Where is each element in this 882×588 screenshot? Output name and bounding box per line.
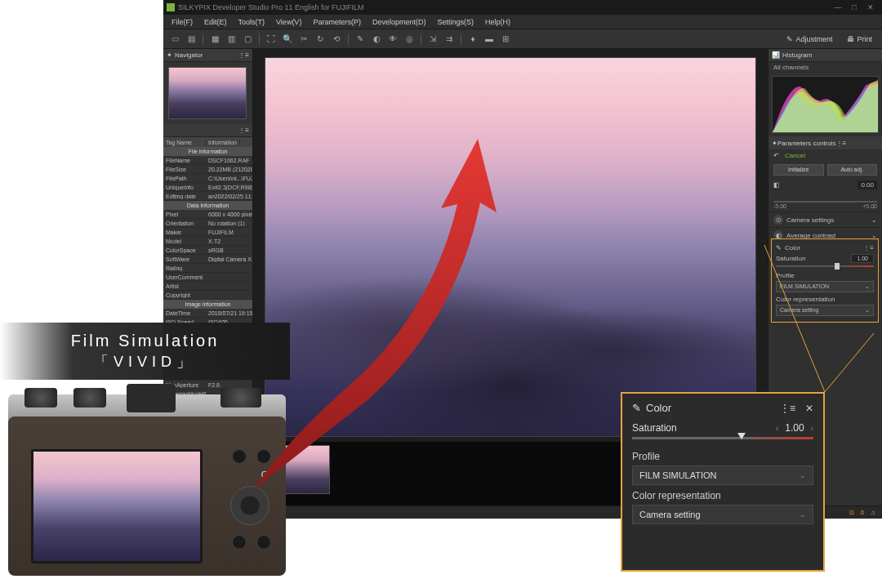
autoadj-button[interactable]: Auto adj. xyxy=(827,164,878,176)
initialize-button[interactable]: Initialize xyxy=(773,164,824,176)
exposure-slider[interactable]: -5.00 +5.00 xyxy=(773,194,877,210)
menu-parameters[interactable]: Parameters(P) xyxy=(308,16,366,28)
status-b: 0 xyxy=(861,510,864,515)
info-row: FileNameDSCF1662.RAF xyxy=(163,156,252,165)
saturation-slider[interactable] xyxy=(776,265,874,267)
navigator-thumbnail[interactable] xyxy=(168,67,247,119)
cancel-link[interactable]: Cancel xyxy=(785,152,805,159)
camera-button xyxy=(256,535,271,550)
window-minimize-button[interactable]: — xyxy=(830,3,846,11)
menu-file[interactable]: File(F) xyxy=(167,16,198,28)
status-c: ⚠ xyxy=(871,510,875,516)
col-information: Information xyxy=(206,140,240,145)
histogram-channels[interactable]: All channels xyxy=(768,62,882,73)
info-section: File information xyxy=(163,147,252,156)
panel-menu-icon[interactable]: ⋮≡ xyxy=(238,127,249,134)
popup-colorrep-dropdown[interactable]: Camera setting⌄ xyxy=(632,505,813,524)
menu-edit[interactable]: Edit(E) xyxy=(199,16,232,28)
popup-title: Color xyxy=(646,402,671,414)
tool-clone-icon[interactable]: ◐ xyxy=(370,33,383,46)
popup-profile-dropdown[interactable]: FILM SIMULATION⌄ xyxy=(632,466,813,485)
popup-menu-icon[interactable]: ⋮≡ xyxy=(780,403,795,414)
saturation-value[interactable]: 1.00 xyxy=(851,254,874,263)
color-popup: ✎ Color ⋮≡ ✕ Saturation ‹ 1.00 › Profile… xyxy=(621,392,825,572)
info-section: Data information xyxy=(163,201,252,210)
camera-q-button: Q xyxy=(258,470,271,483)
info-row: UniqueInfoEx#2.3(DCF,R98) YC xyxy=(163,183,252,192)
camera-lcd xyxy=(31,449,203,564)
info-row: ModelX-T2 xyxy=(163,237,252,246)
tool-single-icon[interactable]: ▢ xyxy=(241,33,254,46)
camera-lcd-image xyxy=(33,452,200,561)
saturation-label: Saturation xyxy=(776,255,805,262)
menu-settings[interactable]: Settings(S) xyxy=(432,16,479,28)
tool-open-icon[interactable]: ▭ xyxy=(168,33,181,46)
info-section: Image information xyxy=(163,300,252,309)
camera-button-cluster: Q xyxy=(222,445,279,568)
tool-crop-icon[interactable]: ✂ xyxy=(297,33,310,46)
colorrep-label: Color representation xyxy=(776,296,874,303)
camera-button xyxy=(232,449,247,464)
menu-help[interactable]: Help(H) xyxy=(480,16,515,28)
color-panel-small: ✎Color⋮≡ Saturation1.00 Profile FILM SIM… xyxy=(771,238,879,323)
saturation-increment[interactable]: › xyxy=(811,424,813,433)
colorrep-dropdown[interactable]: Camera setting⌄ xyxy=(776,305,874,316)
app-logo-icon xyxy=(167,3,175,11)
parameters-header: ✦Parameters controls⋮≡ xyxy=(768,136,882,149)
overlay-line1: Film Simulation xyxy=(71,332,220,350)
param-collapse-row[interactable]: ⊙Camera settings⌄ xyxy=(768,212,882,227)
wand-icon: ✦ xyxy=(772,140,777,147)
info-row: FilePathC:\Users\ni...\FUJI xyxy=(163,174,252,183)
info-row: SoftWareDigital Camera X-T2 xyxy=(163,255,252,264)
undo-icon[interactable]: ↶ xyxy=(773,152,782,159)
popup-saturation-value[interactable]: 1.00 xyxy=(785,422,804,434)
color-title: Color xyxy=(785,244,863,252)
popup-saturation-slider[interactable] xyxy=(632,437,813,439)
navigator-icon: ✦ xyxy=(167,51,172,59)
tool-export-icon[interactable]: ⇲ xyxy=(426,33,439,46)
mode-print[interactable]: 🖶Print xyxy=(842,33,877,45)
menu-view[interactable]: View(V) xyxy=(271,16,306,28)
histogram-chart xyxy=(772,76,879,133)
info-row: MakerFUJIFILM xyxy=(163,228,252,237)
tool-thumb-icon[interactable]: ▥ xyxy=(225,33,238,46)
info-row: Artist xyxy=(163,282,252,291)
image-canvas[interactable] xyxy=(265,57,756,437)
tool-fit-icon[interactable]: ⛶ xyxy=(265,33,278,46)
tool-straighten-icon[interactable]: ⟲ xyxy=(330,33,343,46)
tool-compose-icon[interactable]: ⊞ xyxy=(499,33,512,46)
tool-save-icon[interactable]: ▤ xyxy=(185,33,198,46)
window-maximize-button[interactable]: □ xyxy=(846,3,862,11)
tool-redeye-icon[interactable]: 👁 xyxy=(386,33,399,46)
panel-menu-icon[interactable]: ⋮≡ xyxy=(863,244,874,252)
exposure-icon: ◧ xyxy=(773,181,780,189)
menu-tools[interactable]: Tools(T) xyxy=(234,16,270,28)
tool-zoom-icon[interactable]: 🔍 xyxy=(281,33,294,46)
tool-grid-icon[interactable]: ▦ xyxy=(208,33,221,46)
panel-menu-icon[interactable]: ⋮≡ xyxy=(238,51,249,59)
info-row: Copyright xyxy=(163,291,252,300)
popup-close-icon[interactable]: ✕ xyxy=(805,403,813,414)
tool-brush-icon[interactable]: ✎ xyxy=(354,33,367,46)
camera-dial xyxy=(220,388,261,408)
panel-menu-icon[interactable]: ⋮≡ xyxy=(836,140,847,147)
camera-button xyxy=(232,535,247,550)
info-header: ⋮≡ xyxy=(163,124,252,137)
mode-adjustment[interactable]: ✎Adjustment xyxy=(782,33,837,45)
brush-icon: ✎ xyxy=(776,244,782,252)
camera-button xyxy=(256,449,271,464)
camera-dial xyxy=(24,388,57,408)
menu-bar: File(F) Edit(E) Tools(T) View(V) Paramet… xyxy=(163,15,882,29)
tool-pano-icon[interactable]: ▬ xyxy=(483,33,496,46)
tool-spot-icon[interactable]: ◎ xyxy=(403,33,416,46)
menu-development[interactable]: Development(D) xyxy=(368,16,431,28)
tool-rotate-icon[interactable]: ↻ xyxy=(314,33,327,46)
window-close-button[interactable]: ✕ xyxy=(862,3,879,11)
info-row: Rating xyxy=(163,264,252,273)
popup-colorrep-label: Color representation xyxy=(632,490,813,501)
profile-dropdown[interactable]: FILM SIMULATION⌄ xyxy=(776,281,874,292)
saturation-decrement[interactable]: ‹ xyxy=(776,424,778,433)
tool-hdr-icon[interactable]: ♦ xyxy=(466,33,479,46)
status-a: ⊡ xyxy=(849,510,854,516)
tool-batch-icon[interactable]: ⇉ xyxy=(443,33,456,46)
